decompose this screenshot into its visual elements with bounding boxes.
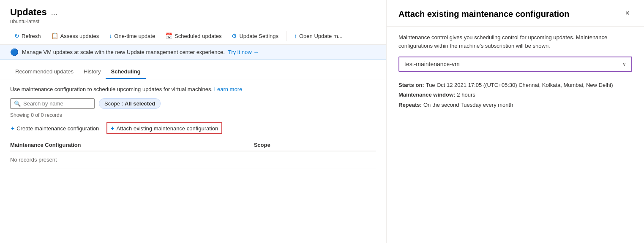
content-area: Use maintenance configuration to schedul… — [0, 79, 386, 243]
assess-updates-button[interactable]: 📋 Assess updates — [47, 30, 104, 41]
tab-history[interactable]: History — [79, 65, 106, 79]
open-update-icon: ↑ — [294, 32, 297, 39]
window-label: Maintenance window: — [398, 90, 455, 100]
chevron-down-icon: ∨ — [622, 61, 626, 67]
panel-description: Maintenance control gives you scheduling… — [398, 33, 632, 50]
tab-recommended[interactable]: Recommended updates — [10, 65, 79, 79]
open-update-label: Open Update m... — [299, 33, 343, 39]
content-description: Use maintenance configuration to schedul… — [10, 86, 376, 92]
attach-maintenance-button[interactable]: + Attach existing maintenance configurat… — [106, 122, 222, 134]
scheduled-label: Scheduled updates — [175, 33, 221, 39]
search-box[interactable]: 🔍 — [10, 98, 95, 109]
refresh-label: Refresh — [22, 33, 41, 39]
tabs: Recommended updates History Scheduling — [0, 65, 386, 79]
search-icon: 🔍 — [14, 100, 21, 107]
assess-label: Assess updates — [60, 33, 99, 39]
window-value: 2 hours — [457, 90, 475, 100]
dropdown-value: test-maintenance-vm — [404, 61, 460, 68]
records-count: Showing 0 of 0 records — [10, 112, 376, 118]
page-ellipsis[interactable]: ... — [51, 8, 57, 17]
create-plus-icon: + — [11, 125, 14, 132]
page-subtitle: ubuntu-latest — [10, 19, 376, 24]
col-scope-header: Scope — [254, 142, 376, 148]
panel-title: Attach existing maintenance configuratio… — [398, 8, 622, 19]
col-config-header: Maintenance Configuration — [10, 142, 254, 148]
panel-divider — [387, 26, 644, 27]
table-header: Maintenance Configuration Scope — [10, 139, 376, 151]
banner-icon: 🔵 — [10, 48, 19, 56]
attach-plus-icon: + — [111, 125, 114, 132]
details-section: Starts on: Tue Oct 12 2021 17:05 ((UTC+0… — [398, 80, 632, 110]
maintenance-dropdown[interactable]: test-maintenance-vm ∨ — [398, 57, 632, 72]
left-panel: Updates ... ubuntu-latest ↻ Refresh 📋 As… — [0, 0, 386, 243]
scheduled-icon: 📅 — [165, 32, 172, 39]
filter-row: 🔍 Scope : All selected — [10, 98, 376, 109]
refresh-button[interactable]: ↻ Refresh — [10, 30, 45, 41]
one-time-label: One-time update — [114, 33, 155, 39]
one-time-update-button[interactable]: ↓ One-time update — [105, 30, 159, 41]
settings-label: Update Settings — [239, 33, 278, 39]
banner-text: Manage VM updates at scale with the new … — [22, 49, 225, 55]
toolbar-divider — [286, 31, 287, 41]
starts-on-row: Starts on: Tue Oct 12 2021 17:05 ((UTC+0… — [398, 80, 632, 90]
learn-more-link[interactable]: Learn more — [214, 86, 242, 92]
page-header: Updates ... ubuntu-latest — [0, 0, 386, 28]
scope-value: All selected — [125, 100, 155, 107]
banner: 🔵 Manage VM updates at scale with the ne… — [0, 45, 386, 60]
repeats-row: Repeats: On the second Tuesday every mon… — [398, 100, 632, 110]
page-title-row: Updates ... — [10, 7, 376, 18]
tab-scheduling[interactable]: Scheduling — [106, 65, 145, 79]
scope-button[interactable]: Scope : All selected — [99, 98, 161, 109]
create-maintenance-button[interactable]: + Create maintenance configuration — [10, 123, 100, 133]
banner-link[interactable]: Try it now → — [228, 49, 259, 55]
settings-icon: ⚙ — [232, 32, 237, 39]
repeats-value: On the second Tuesday every month — [423, 100, 513, 110]
scope-label: Scope : — [104, 100, 123, 107]
repeats-label: Repeats: — [398, 100, 422, 110]
open-update-button[interactable]: ↑ Open Update m... — [290, 30, 347, 41]
scheduled-updates-button[interactable]: 📅 Scheduled updates — [161, 30, 226, 41]
one-time-icon: ↓ — [109, 32, 112, 39]
page-title: Updates — [10, 7, 47, 18]
create-btn-label: Create maintenance configuration — [16, 125, 99, 132]
action-row: + Create maintenance configuration + Att… — [10, 122, 376, 134]
desc-text: Use maintenance configuration to schedul… — [10, 86, 213, 92]
panel-header: Attach existing maintenance configuratio… — [398, 8, 632, 19]
window-row: Maintenance window: 2 hours — [398, 90, 632, 100]
attach-btn-label: Attach existing maintenance configuratio… — [117, 125, 218, 132]
table-empty-message: No records present — [10, 151, 376, 168]
right-panel: Attach existing maintenance configuratio… — [386, 0, 644, 243]
refresh-icon: ↻ — [14, 32, 19, 39]
toolbar: ↻ Refresh 📋 Assess updates ↓ One-time up… — [0, 28, 386, 45]
panel-close-button[interactable]: × — [622, 8, 632, 18]
update-settings-button[interactable]: ⚙ Update Settings — [227, 30, 283, 41]
dropdown-container: test-maintenance-vm ∨ — [398, 57, 632, 72]
starts-on-value: Tue Oct 12 2021 17:05 ((UTC+05:30) Chenn… — [426, 80, 613, 90]
search-input[interactable] — [23, 100, 91, 107]
starts-on-label: Starts on: — [398, 80, 424, 90]
assess-icon: 📋 — [51, 32, 58, 39]
